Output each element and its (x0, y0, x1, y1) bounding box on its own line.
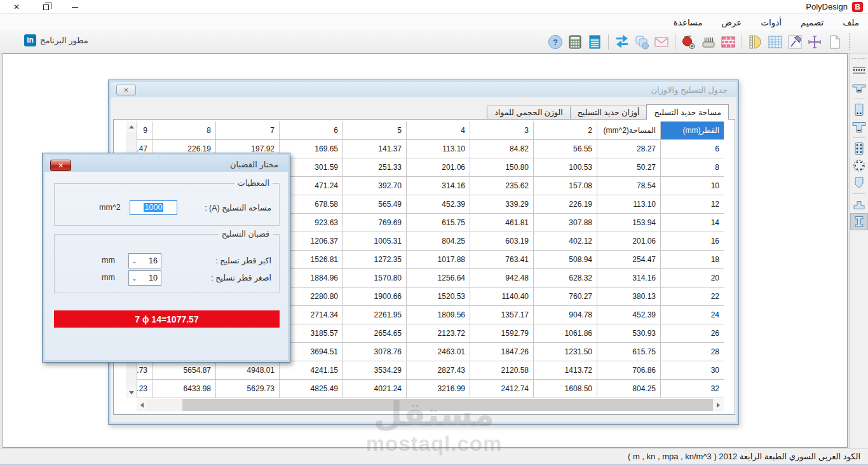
arrow-down-icon (129, 391, 134, 394)
table-cell: 603.19 (470, 232, 533, 251)
table-cell: 26 (660, 324, 724, 343)
table-row: 30706.861413.722120.582827.433534.294241… (137, 361, 724, 380)
column-header[interactable]: 5 (342, 121, 406, 140)
table-cell: 5629.73 (215, 380, 279, 398)
table-cell: 84.82 (470, 140, 533, 158)
chevron-down-icon: ⌄ (129, 275, 140, 282)
notepad-icon[interactable] (586, 33, 604, 51)
menu-item-help[interactable]: مساعدة (674, 17, 703, 27)
table-cell: 452.39 (597, 306, 660, 324)
panel-drag-handle[interactable] (852, 58, 866, 59)
scroll-down-button[interactable] (126, 387, 137, 398)
circular-column-icon[interactable] (850, 157, 868, 174)
min-diameter-label: اصغر قطر تسليح : (211, 273, 271, 282)
brick-wall-icon[interactable] (719, 33, 737, 51)
tab-rebar-area[interactable]: مساحة حديد التسليح (646, 104, 729, 120)
shapes-icon[interactable] (633, 33, 651, 51)
i-beam-section-icon[interactable] (850, 213, 868, 230)
table-cell: 14 (660, 214, 724, 232)
table-cell: 1061.86 (533, 324, 597, 343)
t-footing-section-icon[interactable] (850, 196, 868, 213)
table-cell: 804.25 (597, 380, 660, 398)
table-cell: 16 (660, 232, 724, 251)
scroll-up-button[interactable] (126, 121, 137, 132)
polygon-section-icon[interactable] (850, 174, 868, 191)
table-cell: 615.75 (597, 343, 660, 361)
rect-beam-section-icon[interactable] (850, 101, 868, 118)
column-header[interactable]: 4 (406, 121, 470, 140)
table-cell: 392.70 (342, 177, 406, 195)
table-cell: 235.62 (470, 177, 533, 195)
menu-item-tools[interactable]: أدوات (761, 17, 782, 27)
menu-item-view[interactable]: عرض (721, 17, 742, 27)
table-cell: 50.27 (597, 158, 660, 177)
chevron-down-icon: ⌄ (129, 258, 140, 265)
column-header[interactable]: 9 (137, 121, 152, 140)
min-diameter-select[interactable]: ⌄ 10 (128, 270, 161, 286)
restore-glyph (43, 4, 49, 10)
table-cell: 628.32 (533, 269, 597, 288)
scroll-right-button[interactable] (713, 399, 724, 410)
toolbar-drag-handle[interactable] (849, 34, 853, 50)
tab-rebar-weights[interactable]: أوزان حديد التسليح (570, 106, 648, 119)
menu-item-design[interactable]: تصميم (801, 17, 824, 27)
table-cell: 2123.72 (406, 324, 470, 343)
linkedin-icon: in (24, 34, 36, 46)
table-cell: 769.69 (342, 214, 406, 232)
table-cell: 760.27 (533, 288, 597, 306)
hammer-icon[interactable] (786, 33, 804, 51)
rebar-area-input[interactable]: 1000 (130, 200, 177, 215)
rebar-window-titlebar[interactable]: ✕ جدول التسليح والاوزان (111, 82, 736, 97)
column-header[interactable]: 3 (470, 121, 533, 140)
column-header[interactable]: 7 (215, 121, 279, 140)
max-diameter-select[interactable]: ⌄ 16 (128, 253, 161, 268)
close-icon[interactable]: ✕ (116, 85, 136, 95)
column-header[interactable]: 8 (152, 121, 215, 140)
t-beam-section-icon[interactable] (850, 118, 868, 135)
axes-cross-icon[interactable] (806, 33, 824, 51)
tab-material-density[interactable]: الوزن الحجمي للمواد (487, 106, 571, 119)
grid-table-icon[interactable] (766, 33, 784, 51)
column-section-icon[interactable] (850, 140, 868, 157)
beam-slab-section-icon[interactable] (850, 80, 868, 97)
column-header[interactable]: 6 (279, 121, 342, 140)
table-cell: 314.16 (597, 269, 660, 288)
column-header[interactable]: المساحة(mm^2) (597, 121, 660, 140)
concrete-mixer-icon[interactable] (680, 33, 698, 51)
sync-arrows-icon[interactable] (613, 33, 631, 51)
column-header[interactable]: القطر(mm) (660, 121, 724, 140)
table-cell: 1017.88 (406, 251, 470, 269)
menu-item-file[interactable]: ملف (843, 17, 859, 27)
section-icons (850, 62, 868, 230)
close-icon[interactable]: ✕ (50, 160, 71, 171)
table-cell: 100.53 (533, 158, 597, 177)
column-header[interactable]: 2 (533, 121, 597, 140)
arrow-left-icon (140, 403, 144, 408)
table-cell: 3078.76 (342, 343, 406, 361)
close-icon[interactable]: ✕ (3, 0, 31, 14)
table-cell: 1005.31 (342, 232, 406, 251)
restore-icon[interactable] (32, 0, 60, 14)
minimize-icon[interactable] (61, 0, 89, 14)
dialog-titlebar[interactable]: ✕ مختار القضبان (44, 155, 288, 172)
developer-link[interactable]: in مطور البرنامج (24, 34, 88, 46)
horizontal-scrollbar[interactable] (137, 399, 724, 411)
table-cell: 5654.87 (152, 361, 215, 380)
table-cell: 1608.50 (533, 380, 597, 398)
table-cell: 2412.74 (470, 380, 533, 398)
mail-icon[interactable] (653, 33, 670, 51)
grill-icon[interactable] (700, 33, 717, 51)
slab-section-icon[interactable] (850, 62, 868, 80)
table-cell: 153.94 (597, 214, 660, 232)
table-cell: 6 (660, 140, 724, 158)
table-cell: 2654.65 (342, 324, 406, 343)
calculator-icon[interactable] (566, 33, 584, 51)
new-document-icon[interactable] (825, 33, 843, 51)
inputs-group-label: المعطيات (234, 178, 273, 188)
table-cell: 6433.98 (152, 380, 215, 398)
scrollbar-thumb[interactable] (182, 399, 713, 411)
help-icon[interactable]: ? (546, 33, 564, 51)
scroll-left-button[interactable] (137, 399, 147, 410)
table-cell: 1357.17 (470, 306, 533, 324)
protractor-icon[interactable] (747, 33, 764, 51)
